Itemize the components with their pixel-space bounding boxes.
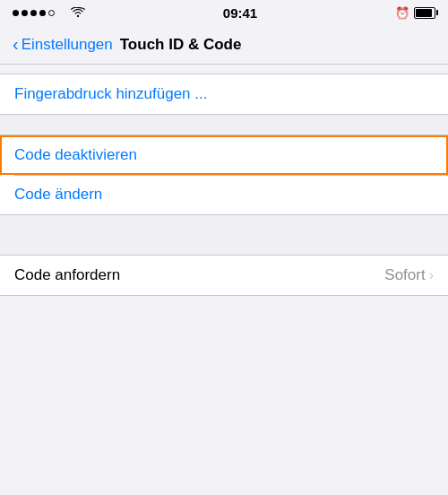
status-left	[13, 7, 85, 18]
wifi-icon	[71, 7, 85, 18]
battery-icon	[414, 7, 435, 19]
require-code-label: Code anfordern	[14, 266, 120, 284]
add-fingerprint-label: Fingerabdruck hinzufügen ...	[14, 85, 207, 103]
back-label: Einstellungen	[22, 36, 113, 54]
change-code-cell[interactable]: Code ändern	[0, 175, 448, 214]
change-code-label: Code ändern	[14, 186, 102, 204]
code-section: Code deaktivieren Code ändern	[0, 135, 448, 215]
require-code-value-text: Sofort	[384, 266, 425, 284]
section-gap-3	[0, 235, 448, 255]
back-chevron-icon: ‹	[13, 35, 19, 53]
add-fingerprint-cell[interactable]: Fingerabdruck hinzufügen ...	[0, 74, 448, 114]
section-gap-1	[0, 115, 448, 135]
back-button[interactable]: ‹ Einstellungen	[13, 36, 113, 54]
require-code-section: Code anfordern Sofort ›	[0, 255, 448, 296]
deactivate-code-cell[interactable]: Code deaktivieren	[0, 135, 448, 175]
fingerprint-section: Fingerabdruck hinzufügen ...	[0, 74, 448, 115]
require-code-cell[interactable]: Code anfordern Sofort ›	[0, 256, 448, 295]
content: Fingerabdruck hinzufügen ... Code deakti…	[0, 65, 448, 296]
status-time: 09:41	[223, 5, 257, 21]
section-gap-2	[0, 215, 448, 235]
nav-bar: ‹ Einstellungen Touch ID & Code	[0, 25, 448, 65]
alarm-icon: ⏰	[395, 6, 409, 20]
deactivate-code-label: Code deaktivieren	[14, 146, 137, 164]
require-code-value: Sofort ›	[384, 266, 434, 284]
status-bar: 09:41 ⏰	[0, 0, 448, 25]
status-right: ⏰	[395, 6, 435, 20]
chevron-right-icon: ›	[429, 267, 434, 283]
nav-title: Touch ID & Code	[120, 36, 242, 54]
signal-icon	[13, 10, 55, 16]
